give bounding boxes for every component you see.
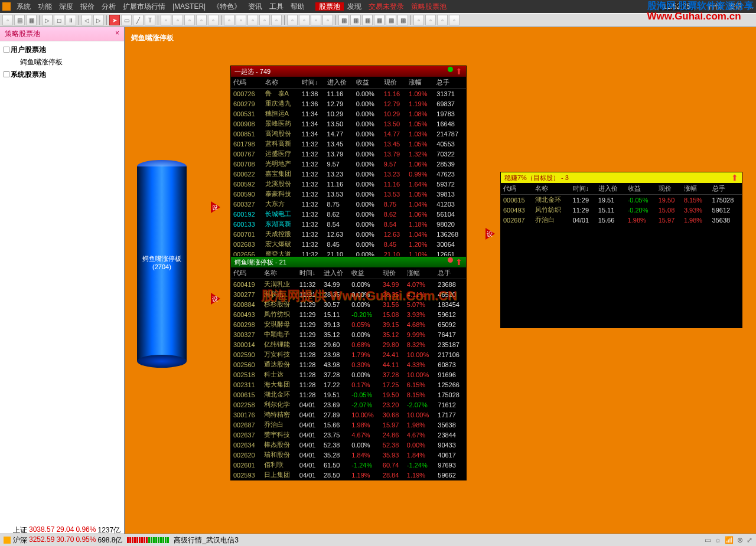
tool-rect[interactable]: ▭ [121,15,132,25]
table-row[interactable]: 600192长城电工11:328.620.00%8.621.06%56104 [231,209,466,219]
table-row[interactable]: 000726鲁 泰A11:3811.160.00%11.161.09%31371 [231,89,466,99]
menu-item[interactable]: 股票池 [315,2,344,11]
table-row[interactable]: 002620瑞和股份04/0135.281.84%35.931.84%40617 [231,450,466,460]
tool-r[interactable]: ▫ [449,15,460,25]
tool-prev[interactable]: ◁ [82,15,92,25]
sidebar-close-icon[interactable]: × [115,29,119,39]
table-row[interactable]: 000851高鸿股份11:3414.770.00%14.771.03%21478… [231,129,466,139]
arrow-up-icon[interactable]: ⬆ [731,173,738,182]
tool-grid1[interactable]: ▦ [338,15,349,25]
table-row[interactable]: 600884杉杉股份11:2930.570.00%31.565.07%18345… [231,299,466,309]
menu-item[interactable]: 扩展市场行情 [119,2,169,11]
table-row[interactable]: 300277海联讯11:3128.350.00%28.354.11%46520 [231,289,466,299]
col-header[interactable]: 代码 [231,267,262,279]
table-row[interactable]: 002687乔治白04/0115.661.98%15.971.98%35638 [231,420,466,430]
tool-open[interactable]: ▤ [14,15,25,25]
tool-c[interactable]: ▫ [184,15,195,25]
col-header[interactable]: 涨幅 [406,77,434,89]
sb-chat-icon[interactable]: ▭ [705,536,711,544]
tool-grid2[interactable]: ▦ [350,15,361,25]
table-row[interactable]: 600708光明地产11:329.570.00%9.571.06%28539 [231,159,466,169]
col-header[interactable]: 名称 [263,77,299,89]
connector-tri-2[interactable] [211,293,220,305]
tool-a[interactable]: ▫ [161,15,171,25]
table-row[interactable]: 002258利尔化学04/0123.69-2.07%23.20-2.07%716… [231,400,466,410]
table-row[interactable]: 300014亿纬锂能11:2829.600.68%29.808.32%23518… [231,339,466,349]
tool-i[interactable]: ▫ [259,15,270,25]
col-header[interactable]: 总手 [434,77,466,89]
table-row[interactable]: 600298安琪酵母11:2939.130.05%39.154.68%65092 [231,319,466,329]
table-row[interactable]: 600701天成控股11:3212.630.00%12.631.04%13626… [231,229,466,239]
connector-tri-3[interactable] [485,228,495,240]
index-item[interactable]: 沪深3252.59 30.700.95% 698.8亿 [13,535,122,545]
menu-item[interactable]: 策略股票池 [408,2,450,11]
table-row[interactable]: 600419天润乳业11:3234.990.00%34.994.07%23688 [231,279,466,290]
menu-item[interactable]: 交易未登录 [365,2,408,11]
tool-pointer[interactable]: ➤ [109,15,120,25]
tool-p[interactable]: ▫ [425,15,436,25]
table-row[interactable]: 601798蓝科高新11:3213.450.00%13.451.05%40553 [231,139,466,149]
col-header[interactable]: 现价 [656,183,682,195]
table-row[interactable]: 600592龙溪股份11:3211.160.00%11.161.64%59372 [231,179,466,189]
table-row[interactable]: 000767运盛医疗11:3213.790.00%13.791.32%70322 [231,149,466,159]
menu-item[interactable]: 深度 [56,2,77,11]
arrow-up-icon[interactable]: ⬆ [455,67,462,76]
tool-line[interactable]: ╱ [133,15,144,25]
table-row[interactable]: 002593日上集团04/0128.501.19%28.841.19%59662 [231,470,466,480]
col-header[interactable]: 涨幅 [682,183,710,195]
col-header[interactable]: 现价 [382,77,407,89]
sb-expand-icon[interactable]: ⤢ [747,536,752,544]
table-row[interactable]: 002311海大集团11:2817.220.17%17.256.15%12526… [231,380,466,390]
col-header[interactable]: 时间↓ [571,183,596,195]
menu-item[interactable]: 工具 [266,2,287,11]
tool-d[interactable]: ▫ [196,15,207,25]
panel3-header[interactable]: 稳赚7%（目标股） - 3 ⬆ [501,172,742,183]
tool-play[interactable]: ▷ [42,15,53,25]
table-row[interactable]: 600493凤竹纺织11:2915.11-0.20%15.083.93%5961… [231,309,466,319]
table-row[interactable]: 600327大东方11:328.750.00%8.751.04%41203 [231,199,466,209]
menu-item[interactable]: 《特色》 [209,2,245,11]
menu-item[interactable]: 报价 [77,2,98,11]
tool-o[interactable]: ▫ [413,15,424,25]
tool-f[interactable]: ▫ [224,15,234,25]
col-header[interactable]: 进入价 [596,183,625,195]
col-header[interactable]: 时间↓ [297,267,321,279]
col-header[interactable]: 名称 [262,267,297,279]
col-header[interactable]: 代码 [231,77,263,89]
tool-stop[interactable]: ◻ [54,15,64,25]
table-row[interactable]: 000615湖北金环11:2919.51-0.05%19.508.15%1750… [501,195,742,205]
menu-item[interactable]: 功能 [34,2,56,11]
tool-e[interactable]: ▫ [208,15,219,25]
col-header[interactable]: 现价 [380,267,405,279]
menu-item[interactable]: 系统 [13,2,34,11]
col-header[interactable]: 总手 [435,267,466,279]
col-header[interactable]: 总手 [710,183,742,195]
col-header[interactable]: 进入价 [321,267,349,279]
index-item[interactable]: 上证3038.57 29.040.96% 1237亿 [13,525,122,535]
col-header[interactable]: 收益 [349,267,380,279]
tool-m[interactable]: ▫ [311,15,321,25]
source-cylinder[interactable]: 鳄鱼嘴涨停板(2704) [137,160,187,368]
col-header[interactable]: 代码 [501,183,533,195]
menu-item[interactable]: |MASTER| [169,2,209,11]
table-row[interactable]: 002560通达股份11:2843.980.30%44.114.33%60873 [231,359,466,370]
tool-grid4[interactable]: ▦ [374,15,384,25]
tool-grid5[interactable]: ▦ [386,15,396,25]
tool-text[interactable]: T [145,15,155,25]
table-row[interactable]: 002518科士达11:2837.280.00%37.2810.00%91696 [231,370,466,380]
table-row[interactable]: 000908景峰医药11:3413.500.00%13.501.05%16648 [231,119,466,129]
tree-user-pool[interactable]: 用户股票池 [2,44,122,56]
table-row[interactable]: 002687乔治白04/0115.661.98%15.971.98%35638 [501,215,742,225]
table-row[interactable]: 600622嘉宝集团11:3213.230.00%13.230.99%47623 [231,169,466,179]
tool-k[interactable]: ▫ [287,15,298,25]
tool-l[interactable]: ▫ [299,15,309,25]
col-header[interactable]: 时间↓ [299,77,325,89]
tool-h[interactable]: ▫ [247,15,258,25]
table-row[interactable]: 000615湖北金环11:2819.51-0.05%19.508.15%1750… [231,390,466,400]
tool-new[interactable]: ▫ [2,15,13,25]
table-row[interactable]: 600493凤竹纺织11:2915.11-0.20%15.083.93%5961… [501,205,742,215]
panel1-header[interactable]: 一起选 - 749 ⬆ [231,66,466,77]
table-row[interactable]: 600590泰豪科技11:3213.530.00%13.531.05%39813 [231,189,466,199]
table-row[interactable]: 002590万安科技11:2823.981.79%24.4110.00%2171… [231,349,466,359]
tool-g[interactable]: ▫ [236,15,246,25]
